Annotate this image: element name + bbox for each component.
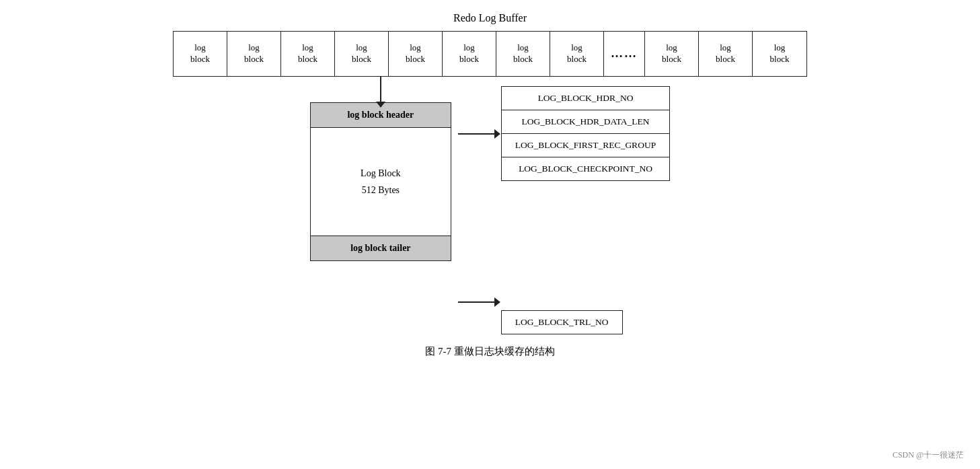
log-block-cell: logblock xyxy=(281,32,335,76)
log-block-cell: logblock xyxy=(389,32,443,76)
block-body-line1: Log Block xyxy=(361,165,401,182)
main-container: Redo Log Buffer logblocklogblocklogblock… xyxy=(0,0,980,469)
log-block-cell: logblock xyxy=(174,32,227,76)
tailer-details: LOG_BLOCK_TRL_NO xyxy=(501,310,623,334)
log-block-cell: logblock xyxy=(645,32,699,76)
right-column: LOG_BLOCK_HDR_NOLOG_BLOCK_HDR_DATA_LENLO… xyxy=(458,77,670,334)
log-block-cell: …… xyxy=(604,32,645,76)
header-details: LOG_BLOCK_HDR_NOLOG_BLOCK_HDR_DATA_LENLO… xyxy=(501,86,670,181)
log-block-cell: logblock xyxy=(227,32,281,76)
log-block-cell: logblock xyxy=(496,32,550,76)
top-section: logblocklogblocklogblocklogblocklogblock… xyxy=(27,31,953,77)
header-detail-cell: LOG_BLOCK_HDR_DATA_LEN xyxy=(502,110,669,134)
header-detail-cell: LOG_BLOCK_FIRST_REC_GROUP xyxy=(502,134,669,157)
caption: 图 7-7 重做日志块缓存的结构 xyxy=(425,345,555,358)
log-block-cell: logblock xyxy=(753,32,806,76)
header-detail-cell: LOG_BLOCK_CHECKPOINT_NO xyxy=(502,157,669,180)
header-arrow-row: LOG_BLOCK_HDR_NOLOG_BLOCK_HDR_DATA_LENLO… xyxy=(458,86,670,181)
diagram-title: Redo Log Buffer xyxy=(453,12,527,24)
watermark: CSDN @十一很迷茫 xyxy=(893,449,964,461)
log-blocks-row: logblocklogblocklogblocklogblocklogblock… xyxy=(173,31,807,77)
bottom-section: log block header Log Block 512 Bytes log… xyxy=(27,77,953,334)
log-block-cell: logblock xyxy=(335,32,389,76)
log-block-cell: logblock xyxy=(443,32,496,76)
log-block-cell: logblock xyxy=(550,32,604,76)
header-detail-cell: LOG_BLOCK_HDR_NO xyxy=(502,87,669,110)
header-arrow xyxy=(458,133,495,135)
tailer-arrow-row: LOG_BLOCK_TRL_NO xyxy=(458,270,670,334)
block-tailer-label: log block tailer xyxy=(311,236,451,260)
spacer xyxy=(458,181,670,270)
tailer-field: LOG_BLOCK_TRL_NO xyxy=(502,311,622,334)
block-body-line2: 512 Bytes xyxy=(362,182,400,199)
log-block-cell: logblock xyxy=(699,32,753,76)
left-column: log block header Log Block 512 Bytes log… xyxy=(310,77,451,261)
tailer-arrow xyxy=(458,301,495,303)
block-structure: log block header Log Block 512 Bytes log… xyxy=(310,102,451,261)
block-body: Log Block 512 Bytes xyxy=(311,128,451,236)
